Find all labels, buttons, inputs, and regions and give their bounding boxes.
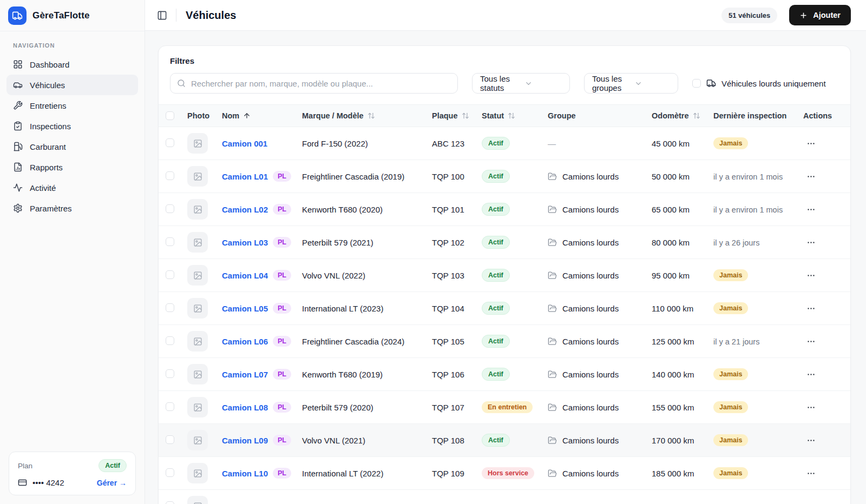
row-checkbox[interactable]: [166, 303, 174, 312]
column-status[interactable]: Statut: [482, 111, 548, 120]
row-actions-button[interactable]: [803, 400, 819, 415]
vehicle-status-cell: Actif: [482, 302, 548, 315]
sort-icon: [368, 112, 375, 120]
column-model[interactable]: Marque / Modèle: [302, 111, 432, 120]
select-all-checkbox[interactable]: [166, 111, 174, 120]
vehicle-plate: ABC 123: [432, 139, 482, 148]
row-checkbox[interactable]: [166, 435, 174, 444]
vehicle-name-link[interactable]: Camion L05: [222, 304, 268, 313]
vehicle-name-link[interactable]: Camion L09: [222, 436, 268, 445]
table-row[interactable]: Camion L02PL Kenworth T680 (2020) TQP 10…: [159, 193, 850, 226]
vehicle-model: Freightliner Cascadia (2019): [302, 172, 432, 181]
column-name[interactable]: Nom: [222, 111, 302, 120]
status-filter-select[interactable]: Tous les statuts: [472, 73, 570, 94]
row-checkbox[interactable]: [166, 369, 174, 378]
table-row[interactable]: [159, 490, 850, 504]
reports-icon: [13, 162, 23, 172]
plan-manage-link[interactable]: Gérer →: [97, 479, 127, 487]
row-checkbox[interactable]: [166, 501, 174, 504]
table-row[interactable]: Camion L09PL Volvo VNL (2021) TQP 108 Ac…: [159, 424, 850, 457]
table-row[interactable]: Camion L10PL International LT (2022) TQP…: [159, 457, 850, 490]
odometer-value: 80 000 km: [652, 238, 713, 247]
folder-icon: [548, 238, 557, 247]
odometer-value: 170 000 km: [652, 436, 713, 445]
row-actions-button[interactable]: [803, 268, 819, 283]
vehicle-name-link[interactable]: Camion L06: [222, 337, 268, 346]
heavy-only-checkbox[interactable]: [692, 79, 701, 88]
truck-logo-icon: [12, 10, 23, 21]
column-actions: Actions: [798, 111, 843, 120]
column-odometer[interactable]: Odomètre: [652, 111, 713, 120]
table-row[interactable]: Camion 001 Ford F-150 (2022) ABC 123 Act…: [159, 127, 850, 160]
odometer-value: 185 000 km: [652, 469, 713, 478]
table-row[interactable]: Camion L05PL International LT (2023) TQP…: [159, 292, 850, 325]
folder-icon: [548, 436, 557, 445]
table-row[interactable]: Camion L04PL Volvo VNL (2022) TQP 103 Ac…: [159, 259, 850, 292]
row-checkbox[interactable]: [166, 171, 174, 180]
sidebar-item-parametres[interactable]: Paramètres: [6, 198, 138, 218]
ellipsis-icon: [806, 172, 816, 181]
heavy-vehicle-badge: PL: [273, 336, 291, 347]
sidebar-item-vehicules[interactable]: Véhicules: [6, 75, 138, 95]
row-checkbox[interactable]: [166, 468, 174, 477]
row-checkbox[interactable]: [166, 402, 174, 411]
column-inspection: Dernière inspection: [713, 111, 798, 120]
vehicle-name-link[interactable]: Camion 001: [222, 139, 267, 148]
row-actions-button[interactable]: [803, 466, 819, 481]
vehicle-name-link[interactable]: Camion L04: [222, 271, 268, 280]
row-actions-button[interactable]: [803, 202, 819, 217]
row-checkbox[interactable]: [166, 270, 174, 279]
sidebar-item-entretiens[interactable]: Entretiens: [6, 95, 138, 116]
sidebar-item-carburant[interactable]: Carburant: [6, 136, 138, 157]
sidebar-toggle-button[interactable]: [153, 6, 171, 24]
last-inspection-value: il y a 21 jours: [713, 337, 759, 346]
sidebar-item-dashboard[interactable]: Dashboard: [6, 54, 138, 75]
column-plate[interactable]: Plaque: [432, 111, 482, 120]
row-checkbox[interactable]: [166, 237, 174, 246]
plan-card: Plan Actif •••• 4242 Gérer →: [9, 452, 136, 495]
odometer-value: 125 000 km: [652, 337, 713, 346]
vehicle-status-cell: Actif: [482, 368, 548, 381]
add-vehicle-button[interactable]: Ajouter: [789, 5, 851, 25]
folder-icon: [548, 370, 557, 379]
row-actions-button[interactable]: [803, 136, 819, 151]
status-badge: Hors service: [482, 467, 534, 479]
row-actions-button[interactable]: [803, 334, 819, 349]
sidebar-item-inspections[interactable]: Inspections: [6, 116, 138, 136]
heavy-only-filter[interactable]: Véhicules lourds uniquement: [692, 78, 826, 88]
image-icon: [193, 271, 202, 280]
row-checkbox[interactable]: [166, 336, 174, 345]
image-icon: [193, 238, 202, 247]
heavy-vehicle-badge: PL: [273, 270, 291, 281]
row-actions-button[interactable]: [803, 433, 819, 448]
row-actions-button[interactable]: [803, 367, 819, 382]
sidebar-item-rapports[interactable]: Rapports: [6, 157, 138, 177]
group-empty: —: [548, 139, 556, 148]
last-inspection-value: il y a environ 1 mois: [713, 173, 783, 181]
group-filter-select[interactable]: Tous les groupes: [584, 73, 678, 94]
filters-panel: Filtres Tous les statuts Tous les groupe…: [159, 46, 850, 104]
status-badge: Actif: [482, 434, 510, 447]
row-checkbox[interactable]: [166, 138, 174, 147]
search-input[interactable]: [191, 79, 451, 88]
row-checkbox[interactable]: [166, 204, 174, 213]
vehicle-name-link[interactable]: Camion L08: [222, 403, 268, 412]
fuel-icon: [13, 142, 23, 151]
sidebar-item-activite[interactable]: Activité: [6, 177, 138, 198]
table-row[interactable]: Camion L08PL Peterbilt 579 (2020) TQP 10…: [159, 391, 850, 424]
table-row[interactable]: Camion L07PL Kenworth T680 (2019) TQP 10…: [159, 358, 850, 391]
row-actions-button[interactable]: [803, 301, 819, 316]
vehicle-name-link[interactable]: Camion L07: [222, 370, 268, 379]
vehicle-name-link[interactable]: Camion L02: [222, 205, 268, 214]
vehicle-name-link[interactable]: Camion L01: [222, 172, 268, 181]
row-actions-button[interactable]: [803, 169, 819, 184]
heavy-vehicle-badge: PL: [273, 468, 291, 479]
plan-card-digits: •••• 4242: [32, 478, 64, 487]
table-row[interactable]: Camion L01PL Freightliner Cascadia (2019…: [159, 160, 850, 193]
table-row[interactable]: Camion L03PL Peterbilt 579 (2021) TQP 10…: [159, 226, 850, 259]
table-row[interactable]: Camion L06PL Freightliner Cascadia (2024…: [159, 325, 850, 358]
vehicle-photo-placeholder: [187, 364, 208, 384]
row-actions-button[interactable]: [803, 235, 819, 250]
vehicle-name-link[interactable]: Camion L10: [222, 469, 268, 478]
vehicle-name-link[interactable]: Camion L03: [222, 238, 268, 247]
